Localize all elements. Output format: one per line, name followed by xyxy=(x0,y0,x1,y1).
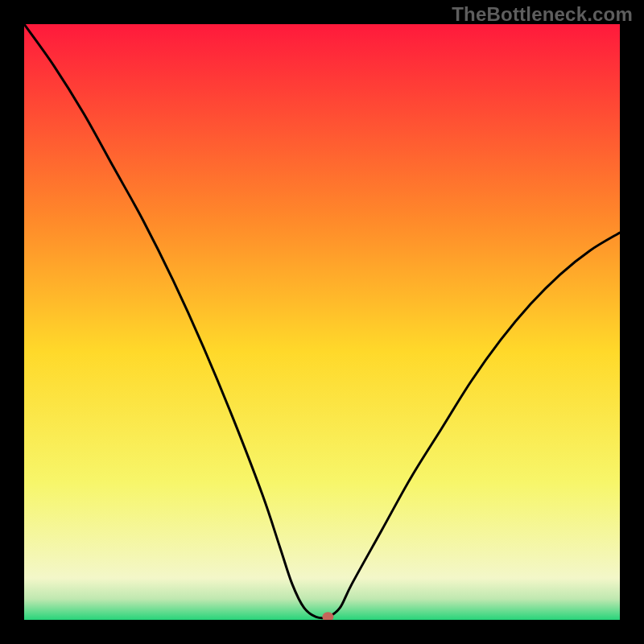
watermark-text: TheBottleneck.com xyxy=(452,3,633,26)
bottleneck-chart xyxy=(24,24,620,620)
chart-frame: TheBottleneck.com xyxy=(0,0,644,644)
gradient-background xyxy=(24,24,620,620)
